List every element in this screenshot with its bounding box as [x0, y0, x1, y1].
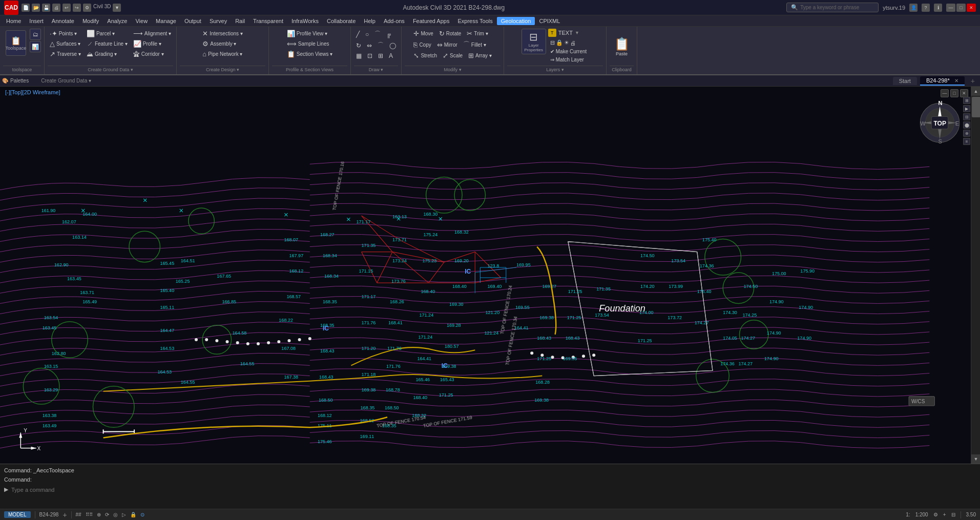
status-refresh[interactable]: ⟳ [105, 512, 109, 517]
toolspace-btn[interactable]: 📋 Toolspace [3, 29, 29, 57]
tab-b24[interactable]: B24-298* ✕ [920, 76, 965, 86]
save-icon[interactable]: 💾 [42, 4, 50, 12]
move-btn[interactable]: ✛Move [411, 29, 435, 38]
status-lock[interactable]: 🔒 [130, 512, 136, 517]
status-object-snap[interactable]: ⊙ [140, 512, 144, 517]
scroll-up-btn[interactable]: ▲ [971, 87, 980, 96]
menu-modify[interactable]: Modify [78, 17, 103, 25]
user-icon[interactable]: 👤 [909, 4, 918, 12]
status-grid[interactable]: ## [76, 512, 81, 517]
ground-data-dropdown-label[interactable]: Create Ground Data ▾ [41, 78, 91, 84]
points-btn[interactable]: ·✦Points ▾ [48, 29, 83, 38]
toolspace-sub2[interactable]: 📊 [30, 41, 41, 52]
tab-add-btn[interactable]: + [968, 77, 978, 85]
circle-tool-btn[interactable]: ○ [363, 29, 371, 39]
status-zoom-value[interactable]: 1:200 [915, 512, 928, 517]
settings-icon[interactable]: ⚙ [83, 4, 91, 12]
profile-btn[interactable]: 📈Profile ▾ [131, 39, 173, 49]
assembly-btn[interactable]: ⚙Assembly ▾ [200, 39, 244, 49]
arc-tool-btn[interactable]: ⌒ [372, 29, 383, 39]
scale-btn[interactable]: ⤢Scale [441, 51, 465, 60]
toolspace-sub1[interactable]: 🗂 [30, 29, 41, 40]
status-b24[interactable]: B24-298 [39, 512, 59, 517]
pipe-network-btn[interactable]: ⌂Pipe Network ▾ [200, 49, 244, 59]
fillet-tool-btn[interactable]: ⌒ [376, 40, 386, 51]
redo-icon[interactable]: ↪ [73, 4, 81, 12]
menu-help[interactable]: Help [360, 17, 380, 25]
viewport-label[interactable]: [-][Top][2D Wireframe] [5, 89, 60, 95]
fillet-btn[interactable]: ⌒Fillet ▾ [461, 39, 488, 50]
intersections-btn[interactable]: ✕Intersections ▾ [200, 29, 244, 38]
print-icon[interactable]: 🖨 [52, 4, 60, 12]
array-btn[interactable]: ⊞Array ▾ [466, 51, 494, 60]
status-osnap[interactable]: ◎ [113, 512, 118, 517]
minimize-button[interactable]: — [946, 4, 955, 12]
stretch-btn[interactable]: ⤡Stretch [411, 51, 439, 60]
new-file-icon[interactable]: 📄 [22, 4, 30, 12]
status-orbit[interactable]: ⊕ [97, 512, 101, 517]
sample-lines-btn[interactable]: ⟺Sample Lines [285, 39, 335, 49]
viewport-minimize-btn[interactable]: — [941, 89, 949, 97]
info-icon[interactable]: ℹ [934, 4, 942, 12]
right-tool-2[interactable]: ▶ [963, 105, 970, 112]
status-add-tab[interactable]: + [62, 511, 67, 519]
text-layer-dropdown[interactable]: ▼ [575, 30, 579, 35]
right-scrollbar[interactable]: ▲ ▼ [971, 87, 980, 464]
layer-icon2[interactable]: 🔒 [556, 39, 563, 46]
menu-collaborate[interactable]: Collaborate [323, 17, 360, 25]
section-views-btn[interactable]: 📋Section Views ▾ [285, 49, 335, 59]
status-minus[interactable]: ⊟ [951, 512, 955, 517]
command-input[interactable] [11, 487, 976, 493]
dropdown-icon[interactable]: ▼ [113, 4, 121, 12]
layer-icon1[interactable]: ⊟ [550, 39, 555, 46]
layer-properties-btn[interactable]: ⊟ LayerProperties [522, 29, 546, 54]
rotate-tool-btn[interactable]: ↻ [354, 40, 363, 51]
menu-survey[interactable]: Survey [205, 17, 231, 25]
parcel-btn[interactable]: ⬜Parcel ▾ [85, 29, 130, 38]
status-snap[interactable]: ⠿⠿ [86, 512, 93, 517]
region-tool-btn[interactable]: ⊡ [365, 51, 374, 60]
trim-btn[interactable]: ✂Trim ▾ [465, 29, 490, 38]
undo-icon[interactable]: ↩ [62, 4, 71, 12]
menu-express[interactable]: Express Tools [453, 17, 496, 25]
mirror-tool-btn[interactable]: ⇔ [365, 40, 374, 51]
table-tool-btn[interactable]: ⊞ [376, 51, 385, 60]
menu-view[interactable]: View [131, 17, 152, 25]
mtext-tool-btn[interactable]: A [387, 51, 395, 60]
make-current-btn[interactable]: ✔Make Current [548, 48, 589, 55]
polyline-tool-btn[interactable]: ╔ [384, 29, 393, 39]
menu-cpixml[interactable]: CPIXML [535, 17, 564, 25]
menu-manage[interactable]: Manage [152, 17, 180, 25]
traverse-btn[interactable]: ↗Traverse ▾ [48, 49, 83, 59]
line-tool-btn[interactable]: ╱ [354, 29, 362, 39]
grading-btn[interactable]: ⛰Grading ▾ [85, 49, 130, 59]
match-layer-btn[interactable]: ⇒Match Layer [548, 56, 586, 64]
menu-infraworks[interactable]: InfraWorks [287, 17, 323, 25]
menu-analyze[interactable]: Analyze [103, 17, 131, 25]
right-tool-1[interactable]: ⊞ [963, 97, 970, 104]
copy-btn[interactable]: ⎘Copy [411, 39, 433, 50]
feature-line-btn[interactable]: ⟋Feature Line ▾ [85, 39, 130, 49]
model-tab[interactable]: MODEL [4, 511, 31, 518]
menu-home[interactable]: Home [2, 17, 25, 25]
tab-start[interactable]: Start [893, 77, 917, 85]
layer-icon3[interactable]: ☀ [564, 39, 569, 46]
rotate-btn[interactable]: ↻Rotate [437, 29, 463, 38]
open-file-icon[interactable]: 📂 [32, 4, 40, 12]
menu-addons[interactable]: Add-ons [380, 17, 409, 25]
maximize-button[interactable]: □ [956, 4, 966, 12]
help-icon[interactable]: ? [922, 4, 930, 12]
mirror-btn[interactable]: ⇔Mirror [435, 39, 460, 50]
hatch-tool-btn[interactable]: ▦ [354, 51, 364, 60]
alignment-btn[interactable]: ⟶Alignment ▾ [131, 29, 173, 38]
paste-btn[interactable]: 📋 Paste [611, 36, 633, 58]
status-play[interactable]: ▷ [122, 512, 126, 517]
menu-transparent[interactable]: Transparent [249, 17, 287, 25]
right-tool-6[interactable]: ≡ [963, 138, 970, 145]
right-tool-4[interactable]: ⬤ [963, 121, 970, 129]
menu-annotate[interactable]: Annotate [48, 17, 78, 25]
viewport-restore-btn[interactable]: □ [950, 89, 958, 97]
profile-view-btn[interactable]: 📊Profile View ▾ [285, 29, 335, 38]
right-tool-5[interactable]: ⊕ [963, 130, 970, 137]
right-tool-3[interactable]: ⊟ [963, 113, 970, 120]
